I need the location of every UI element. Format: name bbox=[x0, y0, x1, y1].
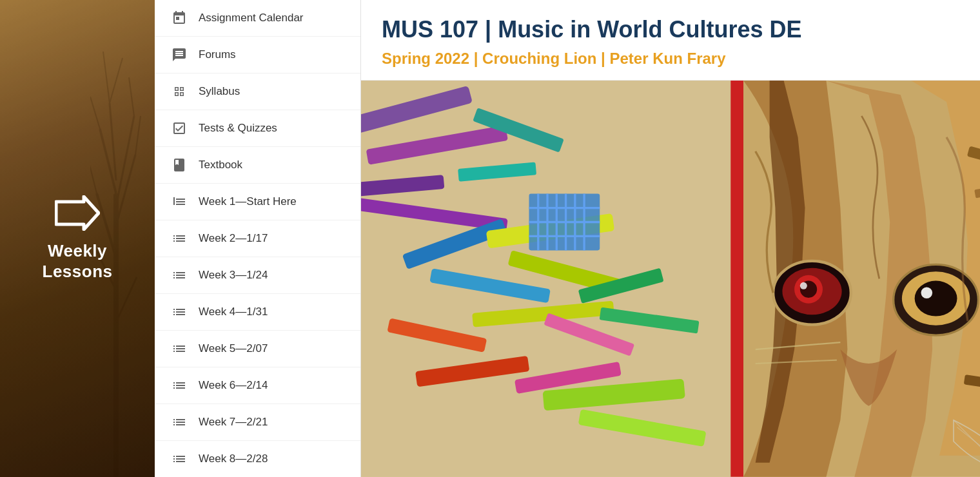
sidebar-item-week8[interactable]: Week 8—2/28 bbox=[155, 441, 360, 477]
svg-line-9 bbox=[90, 97, 100, 129]
sidebar-label-week6: Week 6—2/14 bbox=[199, 379, 268, 392]
svg-line-13 bbox=[110, 58, 122, 103]
sidebar-label-week5: Week 5—2/07 bbox=[199, 342, 268, 355]
chat-icon bbox=[170, 46, 188, 64]
sidebar-item-week4[interactable]: Week 4—1/31 bbox=[155, 294, 360, 331]
svg-marker-14 bbox=[56, 197, 99, 229]
sidebar-item-week7[interactable]: Week 7—2/21 bbox=[155, 404, 360, 441]
sidebar-label-textbook: Textbook bbox=[199, 159, 242, 171]
sidebar-label-syllabus: Syllabus bbox=[199, 85, 240, 98]
arrow-right-icon bbox=[55, 195, 100, 231]
svg-line-7 bbox=[90, 155, 97, 193]
book-icon bbox=[170, 156, 188, 174]
main-content: MUS 107 | Music in World Cultures DE Spr… bbox=[361, 0, 980, 477]
calendar-icon bbox=[170, 9, 188, 27]
svg-point-59 bbox=[921, 287, 933, 299]
checkbox-icon bbox=[170, 119, 188, 137]
binoculars-icon bbox=[170, 83, 188, 101]
svg-point-15 bbox=[173, 197, 175, 199]
sidebar-item-week6[interactable]: Week 6—2/14 bbox=[155, 367, 360, 404]
svg-line-12 bbox=[103, 52, 110, 103]
sidebar-label-week4: Week 4—1/31 bbox=[199, 306, 268, 318]
svg-point-17 bbox=[173, 202, 175, 204]
svg-point-54 bbox=[800, 282, 807, 289]
list-icon-week4 bbox=[170, 303, 188, 321]
svg-rect-48 bbox=[730, 81, 743, 477]
sidebar-item-forums[interactable]: Forums bbox=[155, 37, 360, 73]
sidebar-nav: Assignment Calendar Forums Syllabus Test… bbox=[155, 0, 361, 477]
course-title: MUS 107 | Music in World Cultures DE bbox=[382, 15, 959, 43]
course-subtitle: Spring 2022 | Crouching Lion | Peter Kun… bbox=[382, 48, 959, 68]
svg-point-58 bbox=[915, 281, 957, 316]
sidebar-label-week3: Week 3—1/24 bbox=[199, 269, 268, 282]
list-icon-week2 bbox=[170, 229, 188, 248]
list-icon-week6 bbox=[170, 376, 188, 394]
sidebar-item-week2[interactable]: Week 2—1/17 bbox=[155, 220, 360, 257]
hero-image bbox=[361, 81, 980, 477]
sidebar-label-week2: Week 2—1/17 bbox=[199, 232, 268, 245]
sidebar-label-forums: Forums bbox=[199, 48, 236, 61]
sidebar-label-week7: Week 7—2/21 bbox=[199, 416, 268, 429]
list-icon-week1 bbox=[170, 193, 188, 211]
svg-point-16 bbox=[173, 200, 175, 201]
sidebar-item-tests-quizzes[interactable]: Tests & Quizzes bbox=[155, 110, 360, 147]
list-icon-week8 bbox=[170, 450, 188, 468]
list-icon-week7 bbox=[170, 413, 188, 431]
sidebar-item-assignment-calendar[interactable]: Assignment Calendar bbox=[155, 0, 360, 37]
sidebar-label-week1: Week 1—Start Here bbox=[199, 195, 297, 208]
sidebar-label-assignment-calendar: Assignment Calendar bbox=[199, 12, 304, 24]
sidebar-label-week8: Week 8—2/28 bbox=[199, 453, 268, 465]
weekly-lessons-widget[interactable]: Weekly Lessons bbox=[43, 195, 113, 281]
sidebar-label-tests-quizzes: Tests & Quizzes bbox=[199, 122, 277, 135]
list-icon-week3 bbox=[170, 266, 188, 284]
weekly-lessons-label: Weekly Lessons bbox=[43, 241, 113, 281]
left-panel: Weekly Lessons bbox=[0, 0, 155, 477]
svg-line-10 bbox=[129, 77, 134, 116]
sidebar-item-week1[interactable]: Week 1—Start Here bbox=[155, 184, 360, 220]
svg-line-8 bbox=[135, 116, 141, 155]
art-canvas bbox=[361, 81, 980, 477]
course-header: MUS 107 | Music in World Cultures DE Spr… bbox=[361, 0, 980, 81]
svg-line-4 bbox=[116, 277, 137, 322]
svg-rect-0 bbox=[113, 193, 119, 477]
sidebar-item-syllabus[interactable]: Syllabus bbox=[155, 73, 360, 110]
sidebar-item-textbook[interactable]: Textbook bbox=[155, 147, 360, 184]
sidebar-item-week3[interactable]: Week 3—1/24 bbox=[155, 257, 360, 294]
list-icon-week5 bbox=[170, 340, 188, 358]
sidebar-item-week5[interactable]: Week 5—2/07 bbox=[155, 331, 360, 367]
